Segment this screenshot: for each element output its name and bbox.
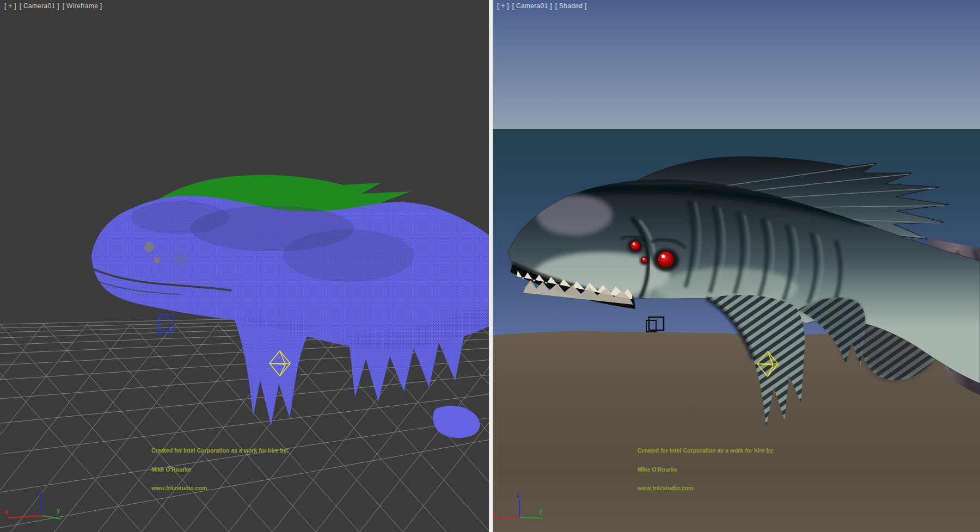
axis-z-label: z [39, 491, 42, 498]
viewport-menu-pov[interactable]: [ Camera01 ] [512, 2, 552, 10]
sky-backdrop [493, 0, 980, 129]
axis-y-label: y [539, 507, 543, 515]
watermark-text: Created for Intel Corporation as a work … [151, 435, 289, 504]
viewport-splitter[interactable] [489, 0, 493, 532]
axis-y-label: y [57, 506, 60, 514]
axis-x-label: x [493, 509, 497, 516]
viewport-split-layout: x y z [ + ] [ Camera01 ] [ Wireframe ] C… [0, 0, 980, 532]
watermark-text: Created for Intel Corporation as a work … [638, 435, 775, 504]
viewport-wireframe[interactable]: x y z [ + ] [ Camera01 ] [ Wireframe ] C… [0, 0, 489, 532]
viewport-label: [ + ] [ Camera01 ] [ Shaded ] [497, 2, 587, 10]
viewport-menu-shading[interactable]: [ Shaded ] [555, 2, 587, 10]
viewport-menu-general[interactable]: [ + ] [4, 2, 16, 10]
viewport-label: [ + ] [ Camera01 ] [ Wireframe ] [4, 2, 102, 10]
viewport-shaded[interactable]: x y z [ + ] [ Camera01 ] [ Shaded ] Crea… [493, 0, 980, 532]
axis-x-label: x [4, 508, 8, 516]
viewport-menu-general[interactable]: [ + ] [497, 2, 509, 10]
world-axis-gizmo: x y z [4, 491, 61, 519]
viewport-menu-pov[interactable]: [ Camera01 ] [20, 2, 59, 10]
viewport-menu-shading[interactable]: [ Wireframe ] [63, 2, 102, 10]
wireframe-fish-eye-small [154, 257, 160, 263]
axis-z-label: z [516, 491, 519, 499]
wireframe-fish-eye [144, 242, 154, 252]
